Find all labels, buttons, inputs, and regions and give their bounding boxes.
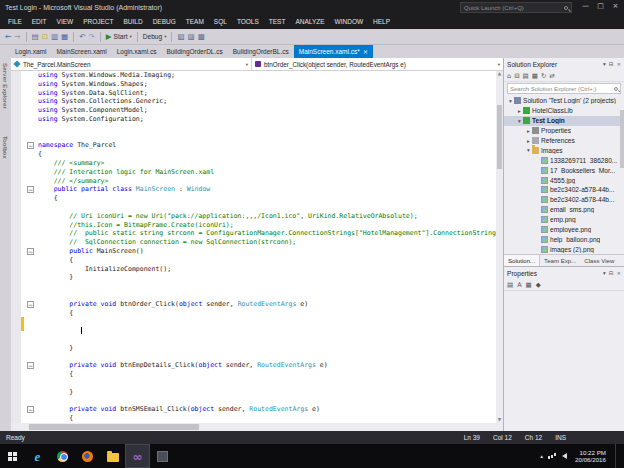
show-all-files-icon[interactable]: ▦	[532, 71, 538, 82]
scroll-up-icon[interactable]: ▲	[496, 71, 503, 77]
scrollbar-thumb[interactable]	[29, 424, 199, 430]
network-icon[interactable]	[548, 452, 557, 460]
tree-item-test-login[interactable]: ▾Test Login	[504, 116, 624, 126]
tree-item-references[interactable]: ▸References	[504, 136, 624, 146]
tree-item-emp-png[interactable]: emp.png	[504, 215, 624, 225]
pin-icon[interactable]: ⊟	[609, 58, 614, 71]
tree-item-1338269711-386280[interactable]: 1338269711_386280...	[504, 155, 624, 165]
volume-icon[interactable]	[562, 453, 567, 459]
categorized-icon[interactable]: ▤	[507, 280, 513, 291]
maximize-button[interactable]: □	[593, 0, 608, 15]
solution-explorer-search-input[interactable]: Search Solution Explorer (Ctrl+;)	[507, 83, 621, 94]
chevron-down-icon[interactable]: ▾	[525, 147, 532, 153]
pin-icon[interactable]: ⊟	[609, 267, 614, 280]
fold-toggle-icon[interactable]: −	[27, 362, 34, 369]
doc-tab-login-xaml-cs[interactable]: Login.xaml.cs	[112, 45, 162, 58]
nav-forward-icon[interactable]: →	[14, 32, 20, 42]
menu-item-build[interactable]: BUILD	[119, 15, 148, 29]
code-editor[interactable]: using System.Windows.Media.Imaging;using…	[11, 71, 503, 423]
menu-item-analyze[interactable]: ANALYZE	[290, 15, 329, 29]
menu-item-window[interactable]: WINDOW	[330, 15, 369, 29]
undo-icon[interactable]: ↶	[79, 32, 85, 42]
chevron-down-icon[interactable]: ▾	[507, 98, 514, 104]
menu-item-test[interactable]: TEST	[264, 15, 291, 29]
tree-item-solution-test-login-2-projects[interactable]: ▾Solution 'Test Login' (2 projects)	[504, 96, 624, 106]
tree-item-images-2-png[interactable]: images (2).png	[504, 244, 624, 254]
tree-item-email-sms-png[interactable]: email_sms.png	[504, 205, 624, 215]
menu-item-help[interactable]: HELP	[368, 15, 395, 29]
menu-item-debug[interactable]: DEBUG	[148, 15, 181, 29]
tree-scrollbar-thumb[interactable]	[620, 110, 624, 168]
menu-item-file[interactable]: FILE	[3, 15, 27, 29]
scrollbar-thumb[interactable]	[497, 105, 502, 169]
fold-toggle-icon[interactable]: −	[27, 301, 34, 308]
fold-toggle-icon[interactable]: −	[27, 186, 34, 193]
panel-tab-solution[interactable]: Solution...	[504, 255, 540, 266]
menu-item-team[interactable]: TEAM	[181, 15, 209, 29]
chrome-icon[interactable]	[50, 444, 75, 468]
doc-tab-mainscreen-xaml-cs[interactable]: MainScreen.xaml.cs*×	[294, 45, 374, 58]
tree-item-be2c3402-a578-44b[interactable]: be2c3402-a578-44b...	[504, 185, 624, 195]
panel-tab-team-exp[interactable]: Team Exp...	[540, 255, 580, 266]
member-dropdown[interactable]: btnOrder_Click(object sender, RoutedEven…	[252, 58, 503, 70]
property-pages-icon[interactable]: ▦	[526, 280, 532, 291]
tree-item-17-booksellers-mor[interactable]: 17_Booksellers_Mor...	[504, 165, 624, 175]
type-dropdown[interactable]: The_Parcel.MainScreen ▾	[11, 58, 252, 70]
chevron-down-icon[interactable]: ▾	[603, 267, 606, 280]
save-icon[interactable]: ▥	[51, 32, 58, 42]
tool-tab-toolbox[interactable]: Toolbox	[0, 136, 11, 159]
close-button[interactable]: ×	[608, 0, 623, 15]
close-tab-icon[interactable]: ×	[363, 48, 368, 56]
chevron-down-icon[interactable]: ▾	[516, 118, 523, 124]
start-debug-button[interactable]: ▶Start▾	[106, 32, 132, 42]
vertical-scrollbar[interactable]: ▲ ▼	[496, 71, 503, 423]
minimize-button[interactable]: —	[578, 0, 593, 15]
tree-item-4555-jpg[interactable]: 4555.jpg	[504, 175, 624, 185]
breakpoint-margin[interactable]	[11, 71, 21, 423]
redo-icon[interactable]: ↷	[88, 32, 94, 42]
visual-studio-icon[interactable]	[125, 444, 150, 468]
alphabetical-icon[interactable]: A	[517, 280, 521, 291]
close-icon[interactable]: ×	[616, 267, 621, 280]
tree-item-hotelclasslib[interactable]: ▸HotelClassLib	[504, 106, 624, 116]
chevron-right-icon[interactable]: ▸	[516, 108, 523, 114]
menu-item-sql[interactable]: SQL	[209, 15, 232, 29]
menu-item-tools[interactable]: TOOLS	[232, 15, 264, 29]
menu-item-edit[interactable]: EDIT	[27, 15, 52, 29]
quick-launch-input[interactable]: Quick Launch (Ctrl+Q)	[460, 2, 572, 13]
tool-tab-server-explorer[interactable]: Server Explorer	[0, 63, 11, 109]
events-icon[interactable]: ◆	[536, 280, 541, 291]
open-file-icon[interactable]: ⊡	[42, 32, 48, 42]
comment-icon[interactable]: ▨	[188, 32, 195, 42]
start-button[interactable]	[0, 444, 25, 468]
fold-toggle-icon[interactable]: −	[27, 248, 34, 255]
chevron-right-icon[interactable]: ▸	[525, 128, 532, 134]
chevron-right-icon[interactable]: ▸	[525, 138, 532, 144]
tree-item-properties[interactable]: ▸Properties	[504, 126, 624, 136]
refresh-icon[interactable]: ↻	[541, 71, 546, 82]
nav-back-icon[interactable]: ←	[5, 32, 11, 42]
solution-explorer-header[interactable]: Solution Explorer ▾⊟×	[504, 58, 624, 71]
home-icon[interactable]: ⌂	[507, 71, 511, 82]
tree-item-employee-png[interactable]: employee.png	[504, 225, 624, 235]
firefox-icon[interactable]	[75, 444, 100, 468]
fold-toggle-icon[interactable]: −	[27, 142, 34, 149]
fold-toggle-icon[interactable]: −	[27, 406, 34, 413]
solution-config-dropdown[interactable]: Debug▾	[143, 33, 167, 40]
properties-header[interactable]: Properties ▾⊟×	[504, 267, 624, 280]
doc-tab-login-xaml[interactable]: Login.xaml	[10, 45, 51, 58]
properties-icon[interactable]: ▤	[523, 71, 529, 82]
indent-icon[interactable]: ▩	[198, 32, 205, 42]
doc-tab-mainscreen-xaml[interactable]: MainScreen.xaml	[51, 45, 111, 58]
horizontal-scrollbar[interactable]	[11, 423, 503, 431]
tree-item-help-balloon-png[interactable]: help_balloon.png	[504, 234, 624, 244]
collapse-all-icon[interactable]: ⊟	[514, 71, 519, 82]
tree-item-be2c3402-a578-44b[interactable]: be2c3402-a578-44b...	[504, 195, 624, 205]
doc-tab-buildingorderdl-cs[interactable]: BuildingOrderDL.cs	[161, 45, 227, 58]
internet-explorer-icon[interactable]	[25, 444, 50, 468]
taskbar-clock[interactable]: 10:22 PM 20/06/2016	[575, 449, 606, 464]
new-file-icon[interactable]: ▤	[32, 32, 39, 42]
chevron-down-icon[interactable]: ▾	[603, 58, 606, 71]
file-explorer-icon[interactable]	[100, 444, 125, 468]
doc-tab-buildingorderbl-cs[interactable]: BuildingOrderBL.cs	[228, 45, 294, 58]
